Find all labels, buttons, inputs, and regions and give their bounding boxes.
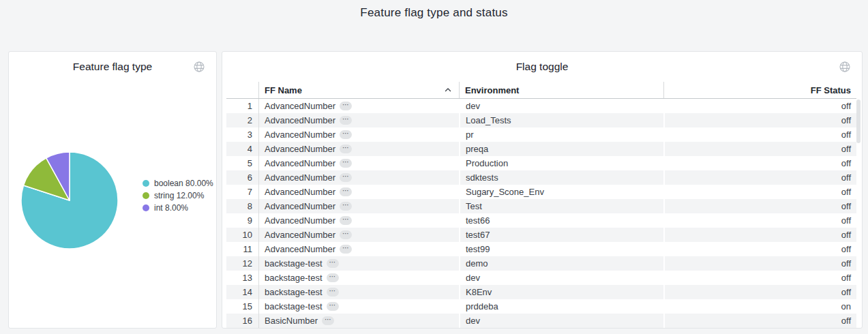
ff-name-cell[interactable]: AdvancedNumber ⋯ [258, 142, 459, 156]
ff-status-cell: off [663, 99, 856, 113]
legend-bullet-icon [143, 180, 149, 187]
column-header-ff-status[interactable]: FF Status [663, 82, 856, 98]
ellipsis-badge[interactable]: ⋯ [340, 187, 352, 196]
column-header-label: FF Name [265, 85, 302, 95]
ellipsis-badge[interactable]: ⋯ [340, 159, 352, 168]
table-row: 6 AdvancedNumber ⋯ sdktests off [226, 170, 856, 185]
table-row: 15 backstage-test ⋯ prddeba on [226, 299, 856, 314]
table-row: 2 AdvancedNumber ⋯ Load_Tests off [226, 113, 856, 127]
legend-label: int 8.00% [154, 203, 188, 213]
row-number: 13 [226, 271, 258, 285]
ellipsis-badge[interactable]: ⋯ [340, 116, 352, 125]
environment-cell: test66 [459, 213, 663, 228]
column-header-environment[interactable]: Environment [459, 82, 663, 98]
ellipsis-badge[interactable]: ⋯ [340, 130, 352, 139]
ellipsis-badge[interactable]: ⋯ [340, 230, 352, 239]
ff-status-cell: on [663, 299, 856, 314]
ff-name-text: AdvancedNumber [265, 230, 335, 240]
ff-name-cell[interactable]: backstage-test ⋯ [258, 299, 459, 314]
table-body: 1 AdvancedNumber ⋯ dev off 2 AdvancedNum… [226, 99, 856, 328]
panel-title-feature-flag-type[interactable]: Feature flag type [73, 61, 152, 73]
column-header-ff-name[interactable]: FF Name [258, 82, 459, 98]
ff-name-cell[interactable]: backstage-test ⋯ [258, 256, 459, 271]
panel-header: Flag toggle [222, 52, 862, 82]
ff-status-cell: off [663, 127, 856, 142]
environment-cell: Sugary_Scone_Env [459, 185, 663, 199]
column-header-label: Environment [465, 85, 519, 95]
ff-name-cell[interactable]: BasicNumber ⋯ [258, 314, 459, 328]
ff-status-cell: off [663, 185, 856, 199]
environment-cell: test67 [459, 228, 663, 242]
ff-name-cell[interactable]: backstage-test ⋯ [258, 271, 459, 285]
sort-ascending-icon[interactable] [444, 86, 452, 94]
row-number: 5 [226, 156, 258, 170]
ff-name-cell[interactable]: AdvancedNumber ⋯ [258, 156, 459, 170]
ff-status-cell: off [663, 314, 856, 328]
legend-item-int[interactable]: int 8.00% [143, 203, 213, 213]
environment-cell: prddeba [459, 299, 663, 314]
ff-name-cell[interactable]: AdvancedNumber ⋯ [258, 228, 459, 242]
ff-name-cell[interactable]: AdvancedNumber ⋯ [258, 213, 459, 228]
table-row: 5 AdvancedNumber ⋯ Production off [226, 156, 856, 170]
panel-title-flag-toggle[interactable]: Flag toggle [516, 61, 569, 73]
ff-name-text: backstage-test [265, 273, 323, 283]
ellipsis-badge[interactable]: ⋯ [340, 173, 352, 182]
ff-name-cell[interactable]: AdvancedNumber ⋯ [258, 170, 459, 185]
ellipsis-badge[interactable]: ⋯ [340, 202, 352, 211]
ff-status-cell: off [663, 213, 856, 228]
ff-name-text: BasicNumber [265, 316, 318, 326]
ellipsis-badge[interactable]: ⋯ [340, 145, 352, 153]
ellipsis-badge[interactable]: ⋯ [327, 259, 339, 268]
ff-name-cell[interactable]: AdvancedNumber ⋯ [258, 99, 459, 113]
table-scrollbar-thumb[interactable] [856, 100, 860, 143]
flag-table: FF Name Environment FF Status 1 Advanced… [226, 82, 856, 328]
ff-name-cell[interactable]: AdvancedNumber ⋯ [258, 127, 459, 142]
environment-cell: pr [459, 127, 663, 142]
panel-header: Feature flag type [9, 52, 216, 82]
table-row: 11 AdvancedNumber ⋯ test99 off [226, 242, 856, 256]
ff-name-text: AdvancedNumber [265, 187, 335, 197]
row-number: 10 [226, 228, 258, 242]
table-row: 12 backstage-test ⋯ demo off [226, 256, 856, 271]
ellipsis-badge[interactable]: ⋯ [327, 302, 339, 311]
ff-name-text: AdvancedNumber [265, 172, 335, 183]
pie-legend: boolean 80.00%string 12.00%int 8.00% [143, 179, 213, 213]
ff-name-text: AdvancedNumber [265, 101, 335, 111]
ff-name-cell[interactable]: AdvancedNumber ⋯ [258, 199, 459, 213]
environment-cell: sdktests [459, 170, 663, 185]
environment-cell: dev [459, 99, 663, 113]
ff-name-text: AdvancedNumber [265, 158, 335, 168]
ff-name-text: AdvancedNumber [265, 244, 335, 254]
ellipsis-badge[interactable]: ⋯ [340, 102, 352, 110]
ellipsis-badge[interactable]: ⋯ [340, 245, 352, 254]
table-row: 14 backstage-test ⋯ K8Env off [226, 285, 856, 299]
ff-name-cell[interactable]: AdvancedNumber ⋯ [258, 242, 459, 256]
ff-name-text: backstage-test [265, 258, 323, 269]
ff-name-cell[interactable]: backstage-test ⋯ [258, 285, 459, 299]
ellipsis-badge[interactable]: ⋯ [340, 216, 352, 225]
legend-item-boolean[interactable]: boolean 80.00% [143, 179, 213, 189]
ff-name-cell[interactable]: AdvancedNumber ⋯ [258, 185, 459, 199]
table-row: 1 AdvancedNumber ⋯ dev off [226, 99, 856, 113]
globe-icon[interactable] [193, 61, 205, 73]
row-number: 3 [226, 127, 258, 142]
ellipsis-badge[interactable]: ⋯ [322, 316, 334, 325]
ff-name-text: backstage-test [265, 301, 323, 312]
ff-name-text: AdvancedNumber [265, 144, 335, 154]
ff-name-cell[interactable]: AdvancedNumber ⋯ [258, 113, 459, 127]
legend-label: boolean 80.00% [154, 179, 213, 189]
ff-name-text: backstage-test [265, 287, 323, 297]
legend-item-string[interactable]: string 12.00% [143, 191, 213, 201]
ellipsis-badge[interactable]: ⋯ [327, 288, 339, 297]
ff-status-cell: off [663, 285, 856, 299]
ff-status-cell: off [663, 156, 856, 170]
dashboard-title: Feature flag type and status [360, 6, 507, 20]
globe-icon[interactable] [839, 61, 851, 73]
row-number: 15 [226, 299, 258, 314]
pie-chart[interactable] [20, 151, 119, 250]
row-number: 1 [226, 99, 258, 113]
environment-cell: dev [459, 271, 663, 285]
ellipsis-badge[interactable]: ⋯ [327, 273, 339, 282]
row-number: 12 [226, 256, 258, 271]
panel-flag-toggle: Flag toggle FF Name Environment [222, 51, 863, 329]
